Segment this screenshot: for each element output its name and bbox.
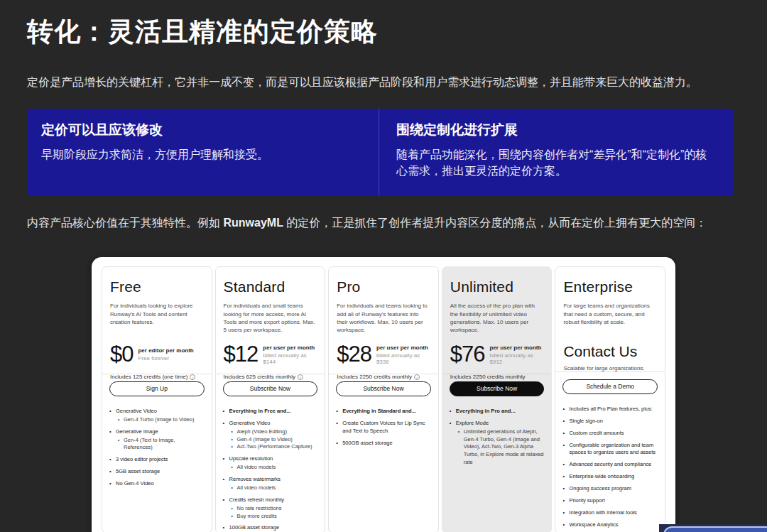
plan-cta-button[interactable]: Subscribe Now [223,381,318,396]
plan-contact-heading: Contact Us [563,343,657,360]
plan-price-unit: per user per month [263,344,317,351]
plan-credits-text: Includes 125 credits (one time) [110,374,187,380]
feature-item: Generative VideoAleph (Video Editing)Gen… [223,420,318,452]
feature-item: Explore ModeUnlimited generations of Ale… [450,420,545,467]
example-tail: 的定价，正是抓住了创作者提升内容区分度的痛点，从而在定价上拥有更大的空间： [283,217,707,229]
plan-contact-note: Scalable for large organizations. [563,365,657,371]
feature-item: Credits refresh monthlyNo rate restricti… [223,496,318,521]
feature-item: Advanced security and compliance [562,461,658,469]
plan-column: Pro For individuals and teams looking to… [328,266,439,532]
plan-credits-text: Includes 2250 credits monthly [450,374,526,380]
bottom-right-overlay [659,524,767,532]
feature-subitem: All video models [232,484,318,492]
feature-subitem: Aleph (Video Editing) [232,428,318,436]
plan-features: Everything in Standard and...Create Cust… [329,400,438,532]
callout-pricing-change: 定价可以且应该修改 早期阶段应力求简洁，方便用户理解和接受。 [27,109,379,195]
feature-item: Custom credit amounts [562,430,658,438]
feature-item: Single sign-on [562,418,658,425]
plan-credits: Includes 2250 credits monthly i [337,374,430,380]
info-icon[interactable]: i [298,374,303,380]
feature-subitem: Unlimited generations of Aleph, Gen-4 Tu… [458,428,545,467]
feature-item: Create Custom Voices for Lip Sync and Te… [336,420,431,435]
page-title: 转化：灵活且精准的定价策略 [27,14,740,50]
plan-price-unit-lines: per editor per month Free forever [138,347,193,362]
feature-item: 3 video editor projects [109,456,205,464]
feature-item: Generative ImageGen-4 (Text to Image, Re… [109,428,205,452]
plan-name: Free [110,278,204,295]
feature-subitem: Gen-4 (Image to Video) [232,436,318,444]
feature-subitem: All video models [232,464,318,472]
plan-price-note: billed annually as $144 [263,352,317,365]
plan-features: Generative VideoGen-4 Turbo (Image to Vi… [102,400,212,532]
feature-subitem: No rate restrictions [232,505,318,513]
plan-price-block: $0 per editor per month Free forever [110,342,204,367]
callout-box: 定价可以且应该修改 早期阶段应力求简洁，方便用户理解和接受。 围绕定制化进行扩展… [27,109,734,195]
feature-item: Integration with internal tools [562,509,658,517]
brand-name: RunwayML [223,217,283,229]
plan-price: $76 [450,342,485,367]
plans-row: Free For individuals looking to explore … [102,266,665,532]
callout-customization: 围绕定制化进行扩展 随着产品功能深化，围绕内容创作者对“差异化”和“定制化”的核… [379,109,734,195]
feature-item: 500GB asset storage [336,440,431,447]
plan-price-block: $76 per user per month billed annually a… [450,342,544,367]
feature-subitem: Gen-4 (Text to Image, References) [118,437,205,452]
plan-cta-button[interactable]: Subscribe Now [450,381,545,396]
plan-features: Everything in Pro and...Explore ModeUnli… [442,400,552,532]
info-icon[interactable]: i [190,374,195,380]
plan-credits-text: Includes 625 credits monthly [224,374,295,380]
plan-cta-button[interactable]: Sign Up [109,381,205,396]
plan-price-note: Free forever [138,355,193,362]
plan-description: For individuals looking to explore Runwa… [110,302,204,340]
plan-name: Unlimited [450,278,544,295]
feature-item: Enterprise-wide onboarding [562,473,658,481]
plan-column: Enterprise For large teams and organizat… [555,266,665,532]
slide-content: 转化：灵活且精准的定价策略 定价是产品增长的关键杠杆，它并非一成不变，而是可以且… [0,14,767,532]
plan-description: For large teams and organizations that n… [563,302,657,340]
feature-item: Everything in Pro and... [450,408,545,416]
plan-top: Standard For individuals and small teams… [216,267,325,374]
feature-item: Includes all Pro Plan features, plus: [562,406,658,413]
plan-cta-button[interactable]: Schedule a Demo [562,379,658,394]
plan-price: $28 [337,342,371,367]
plan-name: Enterprise [563,278,657,295]
runwayml-pricing-card: Free For individuals looking to explore … [92,257,675,532]
plan-top: Free For individuals looking to explore … [102,267,212,374]
plan-price-unit: per user per month [490,344,544,351]
info-icon[interactable]: i [414,374,420,380]
plan-price-note: billed annually as $336 [376,352,430,365]
bottom-right-overlay-pill[interactable] [663,526,767,532]
feature-item: Priority support [562,497,658,505]
plan-column: Standard For individuals and small teams… [215,266,326,532]
plan-features: Everything in Free and...Generative Vide… [216,400,325,532]
feature-subitem: Gen-4 Turbo (Image to Video) [118,416,205,424]
feature-item: Upscale resolutionAll video models [223,455,318,472]
plan-cta-button[interactable]: Subscribe Now [336,381,431,396]
plan-price-unit-lines: per user per month billed annually as $9… [490,344,544,365]
plan-price-block: $28 per user per month billed annually a… [337,342,430,367]
plan-price: $12 [224,342,259,367]
plan-credits: Includes 2250 credits monthly [450,374,544,380]
feature-subitem: Buy more credits [232,513,318,521]
feature-item: 5GB asset storage [109,468,205,476]
plan-name: Standard [224,278,317,295]
plan-column: Free For individuals looking to explore … [102,266,212,532]
plan-description: For individuals and teams looking to add… [337,302,430,340]
plan-price-unit: per user per month [376,344,430,351]
feature-item: 100GB asset storage [223,524,318,532]
plan-price: $0 [110,342,133,367]
plan-price-note: billed annually as $912 [490,352,544,365]
feature-item: Ongoing success program [562,485,658,493]
plan-description: All the access of the pro plan with the … [450,302,544,340]
plan-price-unit: per editor per month [138,347,193,354]
plan-description: For individuals and small teams looking … [224,302,317,340]
plan-top: Enterprise For large teams and organizat… [555,267,665,371]
callout-body: 随着产品功能深化，围绕内容创作者对“差异化”和“定制化”的核心需求，推出更灵活的… [396,147,718,179]
intro-paragraph: 定价是产品增长的关键杠杆，它并非一成不变，而是可以且应该根据产品阶段和用户需求进… [27,74,740,90]
plan-contact-block: Contact Us Scalable for large organizati… [563,343,657,371]
plan-features: Includes all Pro Plan features, plus:Sin… [555,398,665,532]
feature-item: Everything in Standard and... [336,408,431,416]
plan-column: Unlimited All the access of the pro plan… [442,266,553,532]
feature-item: Everything in Free and... [223,408,318,416]
plan-credits: Includes 625 credits monthly i [224,374,317,380]
plan-credits: Includes 125 credits (one time) i [110,374,204,380]
